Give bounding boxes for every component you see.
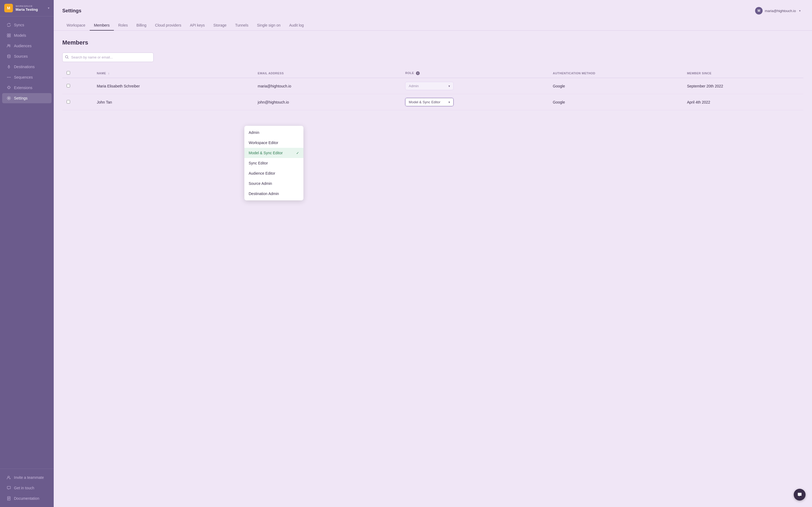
sidebar-item-audiences[interactable]: Audiences xyxy=(2,41,52,51)
sidebar-item-documentation[interactable]: Documentation xyxy=(2,493,52,504)
svg-point-8 xyxy=(7,77,8,78)
sidebar-nav: Syncs Models Audiences Sources Destinati… xyxy=(0,16,54,469)
sidebar-bottom: Invite a teammate Get in touch Documenta… xyxy=(0,469,54,507)
invite-icon xyxy=(6,475,11,480)
tab-members[interactable]: Members xyxy=(90,20,114,31)
svg-point-5 xyxy=(9,45,10,46)
table-row: John Tan john@hightouch.io Model & Sync … xyxy=(62,94,803,110)
role-select-2[interactable]: Model & Sync Editor ▾ xyxy=(405,98,454,106)
tab-workspace[interactable]: Workspace xyxy=(62,20,90,31)
workspace-switcher[interactable]: M WORKSPACE Maria Testing ▾ xyxy=(0,0,54,16)
sidebar-item-syncs[interactable]: Syncs xyxy=(2,20,52,30)
sidebar-item-destinations[interactable]: Destinations xyxy=(2,62,52,72)
search-icon xyxy=(65,55,69,60)
main-content: Settings M maria@hightouch.io ▾ Workspac… xyxy=(54,0,812,507)
header: Settings M maria@hightouch.io ▾ xyxy=(54,0,812,16)
col-header-email: EMAIL ADDRESS xyxy=(253,68,401,78)
role-select-1: Admin ▾ xyxy=(405,82,454,90)
sidebar-item-get-in-touch[interactable]: Get in touch xyxy=(2,483,52,493)
member-email-1: maria@hightouch.io xyxy=(253,78,401,94)
col-header-name: NAME ↕ xyxy=(92,68,253,78)
search-input[interactable] xyxy=(62,53,154,62)
member-name-1: Maria Elisabeth Schreiber xyxy=(92,78,253,94)
dropdown-option-audience-editor[interactable]: Audience Editor xyxy=(244,168,303,178)
workspace-text: WORKSPACE Maria Testing xyxy=(15,5,45,11)
dropdown-option-destination-admin[interactable]: Destination Admin xyxy=(244,188,303,199)
workspace-icon: M xyxy=(4,4,13,12)
role-dropdown: Admin Workspace Editor Model & Sync Edit… xyxy=(244,126,303,201)
tab-roles[interactable]: Roles xyxy=(114,20,132,31)
sidebar-item-sequences[interactable]: Sequences xyxy=(2,72,52,82)
sidebar-item-label-models: Models xyxy=(14,33,26,38)
content-area: Members NAME ↕ EMAIL ADDRESS ROLE xyxy=(54,31,812,507)
tab-cloud-providers[interactable]: Cloud providers xyxy=(151,20,186,31)
sidebar-item-label-syncs: Syncs xyxy=(14,23,24,27)
sources-icon xyxy=(6,54,11,59)
sidebar-item-label-sequences: Sequences xyxy=(14,75,33,79)
tab-api-keys[interactable]: API keys xyxy=(186,20,209,31)
select-all-checkbox[interactable] xyxy=(66,71,70,74)
svg-point-7 xyxy=(8,66,10,68)
search-bar xyxy=(62,53,154,62)
col-header-role: ROLE i xyxy=(401,68,549,78)
sort-icon[interactable]: ↕ xyxy=(108,72,110,75)
chevron-down-icon: ▾ xyxy=(48,6,49,10)
extensions-icon xyxy=(6,85,11,90)
dropdown-option-source-admin[interactable]: Source Admin xyxy=(244,178,303,188)
dropdown-option-sync-editor[interactable]: Sync Editor xyxy=(244,158,303,168)
svg-rect-2 xyxy=(7,36,9,37)
tab-billing[interactable]: Billing xyxy=(132,20,151,31)
member-since-2: April 4th 2022 xyxy=(682,94,803,110)
sidebar-item-label-destinations: Destinations xyxy=(14,65,35,69)
svg-point-6 xyxy=(7,55,10,56)
row-checkbox-1[interactable] xyxy=(66,84,70,88)
sidebar-item-label-audiences: Audiences xyxy=(14,44,32,48)
tab-storage[interactable]: Storage xyxy=(209,20,231,31)
svg-rect-0 xyxy=(7,34,9,35)
sidebar-item-models[interactable]: Models xyxy=(2,30,52,41)
user-menu[interactable]: M maria@hightouch.io ▾ xyxy=(752,5,803,16)
dropdown-option-model-sync-editor[interactable]: Model & Sync Editor xyxy=(244,148,303,158)
svg-point-11 xyxy=(8,98,9,99)
role-info-icon[interactable]: i xyxy=(416,71,420,75)
sidebar-item-label-extensions: Extensions xyxy=(14,86,32,90)
sidebar-item-sources[interactable]: Sources xyxy=(2,51,52,61)
member-name-2: John Tan xyxy=(92,94,253,110)
dropdown-option-workspace-editor[interactable]: Workspace Editor xyxy=(244,137,303,148)
dropdown-option-admin[interactable]: Admin xyxy=(244,127,303,137)
chat-icon xyxy=(6,486,11,490)
sidebar-item-label-documentation: Documentation xyxy=(14,496,39,501)
sidebar-item-settings[interactable]: Settings xyxy=(2,93,52,103)
member-email-2: john@hightouch.io xyxy=(253,94,401,110)
user-menu-chevron: ▾ xyxy=(799,9,801,13)
tab-tunnels[interactable]: Tunnels xyxy=(231,20,253,31)
chevron-down-icon: ▾ xyxy=(448,100,450,104)
table-row: Maria Elisabeth Schreiber maria@hightouc… xyxy=(62,78,803,94)
chevron-down-icon: ▾ xyxy=(448,84,450,88)
chat-button[interactable] xyxy=(794,489,806,501)
svg-rect-1 xyxy=(9,34,10,35)
sidebar-item-invite[interactable]: Invite a teammate xyxy=(2,472,52,483)
documentation-icon xyxy=(6,496,11,501)
sidebar-item-extensions[interactable]: Extensions xyxy=(2,82,52,93)
user-email: maria@hightouch.io xyxy=(765,9,796,13)
sidebar-item-label-get-in-touch: Get in touch xyxy=(14,486,34,490)
members-table: NAME ↕ EMAIL ADDRESS ROLE i AUTHENTICATI… xyxy=(62,68,803,110)
page-header-title: Settings xyxy=(62,8,81,14)
svg-rect-3 xyxy=(9,36,10,37)
sidebar-item-label-settings: Settings xyxy=(14,96,28,100)
row-checkbox-2[interactable] xyxy=(66,100,70,104)
audiences-icon xyxy=(6,44,11,48)
col-header-auth: AUTHENTICATION METHOD xyxy=(549,68,683,78)
settings-icon xyxy=(6,96,11,101)
tab-single-sign-on[interactable]: Single sign on xyxy=(253,20,285,31)
sidebar-item-label-invite: Invite a teammate xyxy=(14,475,44,480)
svg-point-10 xyxy=(10,77,11,78)
member-auth-2: Google xyxy=(549,94,683,110)
member-auth-1: Google xyxy=(549,78,683,94)
tab-audit-log[interactable]: Audit log xyxy=(285,20,308,31)
member-since-1: September 20th 2022 xyxy=(682,78,803,94)
sequences-icon xyxy=(6,75,11,80)
workspace-name: Maria Testing xyxy=(15,7,45,11)
col-header-since: MEMBER SINCE xyxy=(682,68,803,78)
